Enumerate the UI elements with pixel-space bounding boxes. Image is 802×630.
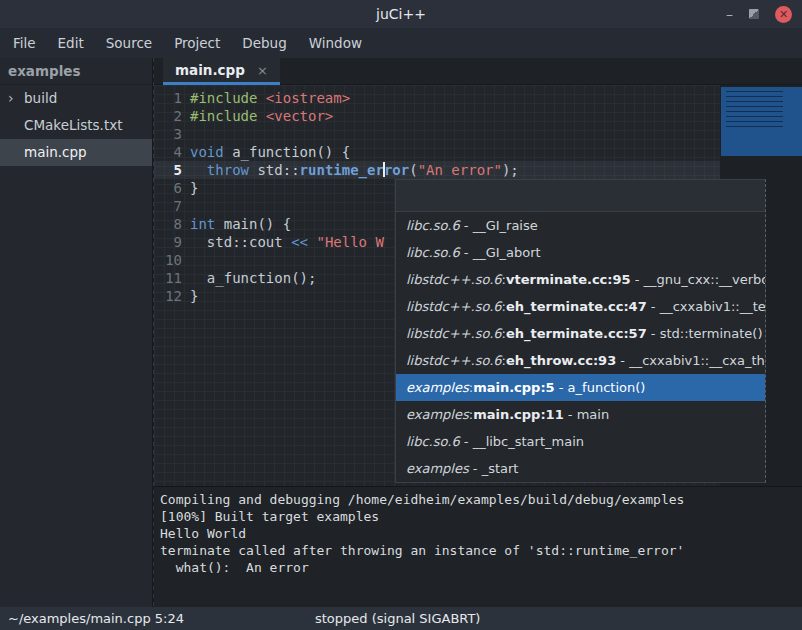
line-number: 7	[154, 197, 182, 215]
terminal-line: terminate called after throwing an insta…	[160, 542, 796, 559]
maximize-icon[interactable]	[749, 9, 759, 19]
backtrace-list: libc.so.6 - __GI_raiselibc.so.6 - __GI_a…	[396, 212, 765, 482]
terminal-output[interactable]: Compiling and debugging /home/eidheim/ex…	[154, 486, 802, 607]
code-token: }	[190, 288, 198, 304]
frame-function: - __cxxabiv1::__tern	[647, 299, 765, 314]
terminal-line: Compiling and debugging /home/eidheim/ex…	[160, 491, 796, 508]
backtrace-frame-5[interactable]: libstdc++.so.6:eh_throw.cc:93 - __cxxabi…	[396, 347, 765, 374]
menu-item-source[interactable]: Source	[95, 29, 163, 57]
tabbar: main.cpp ×	[154, 58, 802, 85]
line-number: 10	[154, 251, 182, 269]
frame-function: - _start	[469, 461, 519, 476]
sidebar-item-label: build	[24, 90, 57, 106]
frame-file-line: main.cpp:11	[473, 407, 564, 422]
close-icon[interactable]: ✕	[775, 6, 792, 23]
frame-file-line: eh_terminate.cc:47	[506, 299, 647, 314]
menu-item-debug[interactable]: Debug	[231, 29, 297, 57]
code-token: <iostream>	[266, 90, 350, 106]
frame-function: - a_function()	[555, 380, 646, 395]
line-number: 3	[154, 125, 182, 143]
tab-main-cpp[interactable]: main.cpp ×	[163, 58, 280, 85]
frame-module: libstdc++.so.6	[406, 299, 502, 314]
backtrace-frame-2[interactable]: libstdc++.so.6:vterminate.cc:95 - __gnu_…	[396, 266, 765, 293]
sidebar-file-tree: examples ›buildCMakeLists.txtmain.cpp	[0, 58, 153, 607]
titlebar[interactable]: juCi++ – ✕	[0, 0, 802, 28]
menubar: FileEditSourceProjectDebugWindow	[0, 28, 802, 58]
sidebar-item-cmakelists-txt[interactable]: CMakeLists.txt	[0, 112, 152, 139]
code-token: int	[190, 216, 215, 232]
sidebar-header: examples	[0, 58, 152, 85]
menu-item-project[interactable]: Project	[163, 29, 231, 57]
code-line-5: 5 throw std::runtime_error("An error");	[154, 161, 720, 179]
frame-module: libstdc++.so.6	[406, 326, 502, 341]
frame-module: libc.so.6	[406, 218, 460, 233]
frame-module: examples	[406, 380, 469, 395]
backtrace-frame-8[interactable]: libc.so.6 - __libc_start_main	[396, 428, 765, 455]
line-number: 4	[154, 143, 182, 161]
sidebar-item-build[interactable]: ›build	[0, 85, 152, 112]
code-token: a_function();	[190, 270, 316, 286]
window-title: juCi++	[376, 6, 426, 22]
frame-file-line: vterminate.cc:95	[506, 272, 631, 287]
code-token: main() {	[215, 216, 291, 232]
backtrace-frame-1[interactable]: libc.so.6 - __GI_abort	[396, 239, 765, 266]
code-token: void	[190, 144, 224, 160]
code-text: throw std::runtime_error("An error");	[190, 161, 519, 179]
backtrace-frame-7[interactable]: examples:main.cpp:11 - main	[396, 401, 765, 428]
code-token	[190, 162, 207, 178]
menu-item-edit[interactable]: Edit	[47, 29, 95, 57]
backtrace-filter-input[interactable]	[396, 180, 765, 212]
frame-function: - __GI_raise	[460, 218, 538, 233]
app-window: juCi++ – ✕ FileEditSourceProjectDebugWin…	[0, 0, 802, 630]
code-token: <<	[291, 234, 308, 250]
frame-module: libc.so.6	[406, 434, 460, 449]
code-text: void a_function() {	[190, 143, 350, 161]
terminal-line: Hello World	[160, 525, 796, 542]
code-token: throw	[207, 162, 249, 178]
sidebar-item-label: CMakeLists.txt	[24, 117, 123, 133]
statusbar: ~/examples/main.cpp 5:24 stopped (signal…	[0, 607, 802, 630]
code-token: std::cout	[190, 234, 291, 250]
backtrace-frame-3[interactable]: libstdc++.so.6:eh_terminate.cc:47 - __cx…	[396, 293, 765, 320]
tab-close-icon[interactable]: ×	[257, 63, 268, 78]
frame-module: examples	[406, 407, 469, 422]
code-text: }	[190, 179, 198, 197]
minimap-code-preview	[726, 91, 783, 127]
code-token: }	[190, 180, 198, 196]
code-line-3: 3	[154, 125, 720, 143]
frame-module: libstdc++.so.6	[406, 353, 502, 368]
chevron-right-icon[interactable]: ›	[8, 85, 14, 112]
backtrace-frame-4[interactable]: libstdc++.so.6:eh_terminate.cc:57 - std:…	[396, 320, 765, 347]
code-text: #include <iostream>	[190, 89, 350, 107]
backtrace-frame-9[interactable]: examples - _start	[396, 455, 765, 482]
line-number: 11	[154, 269, 182, 287]
code-text: }	[190, 287, 198, 305]
line-number: 8	[154, 215, 182, 233]
code-token: ror	[384, 162, 409, 178]
menu-item-file[interactable]: File	[2, 29, 47, 57]
code-text: a_function();	[190, 269, 316, 287]
status-debug-state: stopped (signal SIGABRT)	[315, 607, 480, 630]
backtrace-frame-0[interactable]: libc.so.6 - __GI_raise	[396, 212, 765, 239]
minimize-icon[interactable]: –	[726, 9, 733, 19]
frame-function: - main	[564, 407, 609, 422]
frame-module: libstdc++.so.6	[406, 272, 502, 287]
menu-item-window[interactable]: Window	[298, 29, 373, 57]
code-token: runtime_er	[300, 162, 384, 178]
frame-module: examples	[406, 461, 469, 476]
terminal-line: [100%] Built target examples	[160, 508, 796, 525]
code-token: #include	[190, 108, 266, 124]
frame-file-line: eh_throw.cc:93	[506, 353, 616, 368]
code-token: "An error"	[418, 162, 502, 178]
sidebar-item-main-cpp[interactable]: main.cpp	[0, 139, 152, 166]
frame-module: libc.so.6	[406, 245, 460, 260]
line-number: 1	[154, 89, 182, 107]
frame-function: - std::terminate()	[647, 326, 763, 341]
code-token: #include	[190, 90, 266, 106]
line-number: 6	[154, 179, 182, 197]
frame-file-line: main.cpp:5	[473, 380, 555, 395]
backtrace-frame-6[interactable]: examples:main.cpp:5 - a_function()	[396, 374, 765, 401]
code-token: (	[409, 162, 417, 178]
window-buttons: – ✕	[726, 0, 792, 28]
minimap-viewport[interactable]	[721, 87, 802, 156]
